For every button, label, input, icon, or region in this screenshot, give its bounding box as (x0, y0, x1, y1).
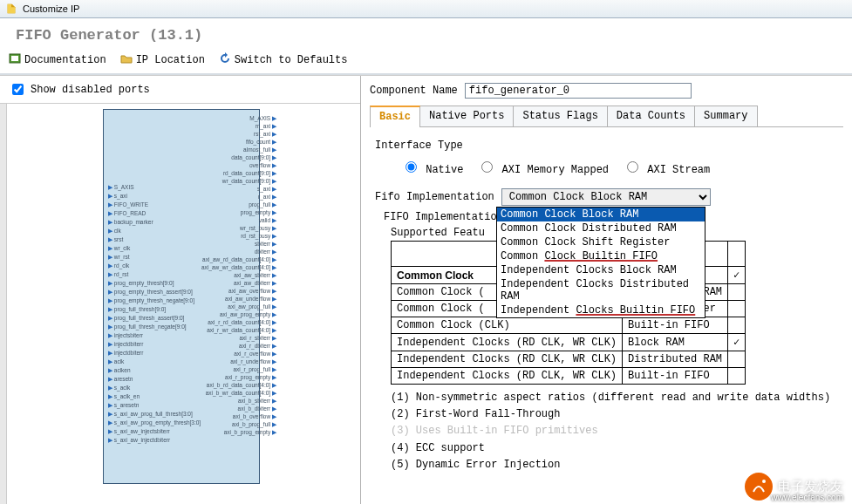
port-right: axi_aw_prog_full ▶ (201, 303, 276, 310)
right-pane: Component Name BasicNative PortsStatus F… (361, 76, 852, 504)
port-left: ▶ aclken (108, 367, 201, 374)
port-left: ▶ aresetn (108, 376, 201, 383)
port-left: ▶ injectdbiterr (108, 350, 201, 357)
port-right: axi_b_wr_data_count[4:0] ▶ (201, 390, 276, 397)
port-left: ▶ injectdbiterr (108, 341, 201, 348)
port-right: axi_aw_rd_data_count[4:0] ▶ (201, 256, 276, 263)
port-left: ▶ s_aclk_en (108, 393, 201, 400)
port-left: ▶ s_aclk (108, 385, 201, 392)
port-left: ▶ clk (108, 228, 201, 235)
dropdown-option[interactable]: Independent Clocks Block RAM (497, 263, 705, 277)
watermark-url: www.elecfans.com (771, 493, 843, 502)
port-right: overflow ▶ (201, 162, 276, 169)
fifo-impl-dropdown-list[interactable]: Common Clock Block RAMCommon Clock Distr… (496, 207, 705, 318)
tab-data-counts[interactable]: Data Counts (607, 106, 695, 126)
port-right: axi_b_overflow ▶ (201, 413, 276, 420)
port-left: ▶ s_axi_aw_injectdbiterr (108, 437, 201, 444)
port-left: ▶ FIFO_READ (108, 210, 201, 217)
port-left: ▶ s_axi_aw_prog_full_thresh[3:0] (108, 411, 201, 418)
tab-summary[interactable]: Summary (694, 106, 757, 126)
port-left: ▶ S_AXIS (108, 184, 201, 191)
port-right: axi_r_overflow ▶ (201, 351, 276, 358)
show-disabled-ports-label: Show disabled ports (31, 84, 150, 96)
table-row: Independent Clocks (RD CLK, WR CLK)Block… (392, 334, 746, 351)
port-right: sbiterr ▶ (201, 241, 276, 248)
folder-icon (120, 52, 133, 68)
port-right: wr_data_count[9:0] ▶ (201, 178, 276, 185)
tab-status-flags[interactable]: Status Flags (513, 106, 607, 126)
port-left: ▶ wr_rst (108, 254, 201, 261)
port-right: axi_aw_sbiterr ▶ (201, 272, 276, 279)
port-left: ▶ s_aresetn (108, 402, 201, 409)
dropdown-option[interactable]: Common Clock Shift Register (497, 235, 705, 249)
component-name-label: Component Name (370, 85, 458, 97)
window-title: Customize IP (23, 3, 79, 14)
port-right: axi_aw_prog_empty ▶ (201, 311, 276, 318)
port-right: axi_b_rd_data_count[4:0] ▶ (201, 382, 276, 389)
interface-type-radios: Native AXI Memory Mapped AXI Stream (401, 159, 838, 176)
dropdown-option[interactable]: Independent Clocks Builtin FIFO (497, 303, 705, 317)
dropdown-option[interactable]: Independent Clocks Distributed RAM (497, 277, 705, 303)
port-right: rst_axi ▶ (201, 131, 276, 138)
port-right: valid ▶ (201, 217, 276, 224)
dropdown-option[interactable]: Common Clock Distributed RAM (497, 221, 705, 235)
note-line: (5) Dynamic Error Injection (391, 457, 838, 473)
wrench-icon (5, 3, 17, 15)
port-right: axi_b_prog_full ▶ (201, 421, 276, 428)
interface-type-native[interactable]: Native (401, 164, 463, 176)
port-right: dbiterr ▶ (201, 249, 276, 255)
titlebar: Customize IP (0, 0, 852, 18)
port-right: m_axi ▶ (201, 123, 276, 130)
port-left: ▶ prog_empty_thresh[9:0] (108, 280, 201, 287)
port-right: axi_b_prog_empty ▶ (201, 429, 276, 436)
component-name-input[interactable] (465, 83, 692, 99)
show-disabled-ports-checkbox[interactable] (12, 84, 24, 95)
port-left: ▶ backup_marker (108, 219, 201, 226)
refresh-icon (219, 52, 231, 68)
port-left: ▶ rd_clk (108, 262, 201, 269)
table-row: Independent Clocks (RD CLK, WR CLK)Distr… (392, 351, 746, 368)
watermark: 电子发烧友 www.elecfans.com (745, 473, 843, 501)
port-right: axi_r_rd_data_count[4:0] ▶ (201, 319, 276, 326)
fifo-impl-label: Fifo Implementation (375, 191, 494, 203)
port-left: ▶ prog_full_thresh_negate[9:0] (108, 324, 201, 330)
interface-type-axi-stream[interactable]: AXI Stream (623, 164, 710, 176)
ip-symbol-view[interactable]: ▶ S_AXIS▶ s_axi▶ FIFO_WRITE▶ FIFO_READ▶ … (0, 104, 360, 504)
svg-point-2 (762, 480, 766, 483)
documentation-button[interactable]: Documentation (9, 52, 106, 68)
port-right: almost_full ▶ (201, 146, 276, 153)
port-right: axi_r_sbiterr ▶ (201, 335, 276, 342)
port-left: ▶ s_axi_aw_prog_empty_thresh[3:0] (108, 419, 201, 426)
left-pane: Show disabled ports ▶ S_AXIS▶ s_axi▶ FIF… (0, 76, 361, 504)
port-right: axi_r_prog_empty ▶ (201, 374, 276, 381)
port-right: axi_r_underflow ▶ (201, 358, 276, 365)
switch-defaults-button[interactable]: Switch to Defaults (219, 52, 348, 68)
supported-features-label: Supported Featu (391, 227, 485, 239)
port-right: prog_empty ▶ (201, 209, 276, 216)
port-left: ▶ srst (108, 236, 201, 243)
port-right: prog_full ▶ (201, 201, 276, 208)
tab-basic[interactable]: Basic (370, 106, 420, 126)
port-left: ▶ s_axi (108, 193, 201, 200)
table-row: Independent Clocks (RD CLK, WR CLK)Built… (392, 368, 746, 385)
interface-type-axi-memory-mapped[interactable]: AXI Memory Mapped (477, 164, 609, 176)
port-right: axi_r_prog_full ▶ (201, 366, 276, 373)
table-row: Common Clock (CLK)Built-in FIFO (392, 317, 746, 334)
fifo-impl-select[interactable]: Common Clock Block RAM (501, 188, 711, 206)
port-left: ▶ aclk (108, 358, 201, 365)
port-right: axi_r_dbiterr ▶ (201, 343, 276, 350)
port-left: ▶ prog_empty_thresh_assert[9:0] (108, 289, 201, 296)
port-left: ▶ prog_full_thresh_assert[9:0] (108, 315, 201, 322)
dropdown-option[interactable]: Common Clock Block RAM (497, 208, 705, 221)
note-line: (3) Uses Built-in FIFO primitives (391, 423, 838, 439)
note-line: (4) ECC support (391, 440, 838, 457)
ip-location-button[interactable]: IP Location (120, 52, 205, 68)
port-left: ▶ prog_full_thresh[9:0] (108, 306, 201, 313)
port-right: s_axi ▶ (201, 186, 276, 193)
port-right: axi_aw_wr_data_count[4:0] ▶ (201, 264, 276, 271)
port-right: data_count[9:0] ▶ (201, 154, 276, 161)
port-left: ▶ rd_rst (108, 271, 201, 278)
port-right: r_axi ▶ (201, 194, 276, 201)
dropdown-option[interactable]: Common Clock Builtin FIFO (497, 249, 705, 263)
tab-native-ports[interactable]: Native Ports (419, 106, 514, 126)
